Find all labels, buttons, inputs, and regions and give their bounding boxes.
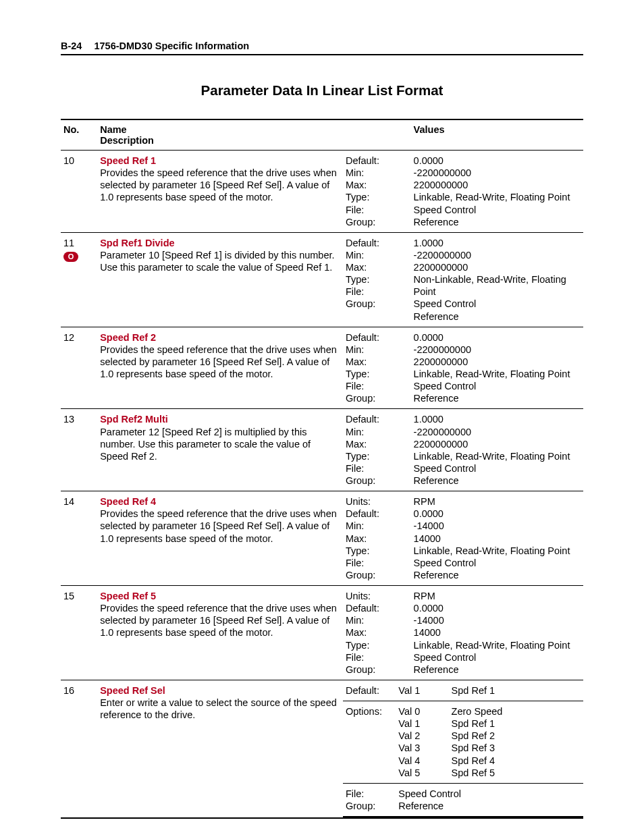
param-name: Speed Ref 2	[100, 331, 339, 344]
default-val2: Spd Ref 1	[449, 680, 583, 701]
cell-keys: Default:Min:Max:Type:File:Group:	[343, 151, 411, 233]
param-name: Speed Ref Sel	[100, 684, 339, 697]
cell-keys: Default:Min:Max:Type:File:Group:	[343, 409, 411, 491]
filegroup-val: Speed ControlReference	[396, 783, 583, 817]
param-name: Spd Ref1 Divide	[100, 237, 339, 249]
options-val2: Zero SpeedSpd Ref 1Spd Ref 2Spd Ref 3Spd…	[449, 701, 583, 784]
table-row: 10Speed Ref 1Provides the speed referenc…	[61, 151, 583, 233]
page-number: B-24	[61, 40, 82, 51]
param-desc: Parameter 12 [Speed Ref 2] is multiplied…	[100, 426, 339, 462]
table-row: 11OSpd Ref1 DivideParameter 10 [Speed Re…	[61, 232, 583, 327]
cell-desc: Speed Ref 1Provides the speed reference …	[97, 151, 343, 233]
cell-no: 11O	[61, 232, 97, 327]
options-val1: Val 0Val 1Val 2Val 3Val 4Val 5	[396, 701, 448, 784]
cell-desc: Speed Ref 5Provides the speed reference …	[97, 586, 343, 680]
default-key: Default:	[343, 680, 396, 701]
param-name: Spd Ref2 Multi	[100, 413, 339, 425]
col-no: No.	[61, 119, 97, 151]
filegroup-key: File:Group:	[343, 783, 396, 817]
param-desc: Provides the speed reference that the dr…	[100, 602, 339, 639]
cell-no: 10	[61, 151, 97, 233]
table-row: 13Spd Ref2 MultiParameter 12 [Speed Ref …	[61, 409, 583, 491]
cell-vals: RPM0.0000-1400014000Linkable, Read-Write…	[411, 586, 583, 680]
cell-no: 13	[61, 409, 97, 491]
cell-keys: Units:Default:Min:Max:Type:File:Group:	[343, 586, 411, 680]
param-name: Speed Ref 4	[100, 495, 339, 508]
o-icon: O	[63, 252, 78, 262]
col-values: Values	[411, 119, 583, 151]
cell-no: 16	[61, 680, 97, 818]
cell-vals: 0.0000-22000000002200000000Linkable, Rea…	[411, 151, 583, 233]
cell-keys: Default:Min:Max:Type:File:Group:	[343, 327, 411, 409]
table-row: 12Speed Ref 2Provides the speed referenc…	[61, 327, 583, 409]
table-row: 16Speed Ref SelEnter or write a value to…	[61, 680, 583, 818]
default-val1: Val 1	[396, 680, 448, 701]
main-title: Parameter Data In Linear List Format	[61, 82, 583, 99]
param-desc: Provides the speed reference that the dr…	[100, 344, 339, 380]
cell-keys: Default:Min:Max:Type:File:Group:	[343, 232, 411, 327]
page-header: B-24 1756-DMD30 Specific Information	[61, 40, 583, 55]
cell-vals: 1.0000-22000000002200000000Linkable, Rea…	[411, 409, 583, 491]
cell-desc: Speed Ref 2Provides the speed reference …	[97, 327, 343, 409]
cell-vals: RPM0.0000-1400014000Linkable, Read-Write…	[411, 491, 583, 586]
col-name-desc: Name Description	[97, 119, 343, 151]
param-desc: Provides the speed reference that the dr…	[100, 508, 339, 544]
cell-vals: 0.0000-22000000002200000000Linkable, Rea…	[411, 327, 583, 409]
parameter-table: No. Name Description Values 10Speed Ref …	[61, 119, 583, 819]
cell-desc: Speed Ref 4Provides the speed reference …	[97, 491, 343, 586]
header-title: 1756-DMD30 Specific Information	[94, 40, 249, 51]
cell-values-composite: Default:Val 1Spd Ref 1Options:Val 0Val 1…	[343, 680, 583, 818]
cell-no: 14	[61, 491, 97, 586]
cell-desc: Spd Ref2 MultiParameter 12 [Speed Ref 2]…	[97, 409, 343, 491]
cell-no: 12	[61, 327, 97, 409]
cell-desc: Speed Ref SelEnter or write a value to s…	[97, 680, 343, 818]
param-desc: Enter or write a value to select the sou…	[100, 697, 339, 721]
cell-keys: Units:Default:Min:Max:Type:File:Group:	[343, 491, 411, 586]
cell-vals: 1.0000-22000000002200000000Non-Linkable,…	[411, 232, 583, 327]
table-row: 14Speed Ref 4Provides the speed referenc…	[61, 491, 583, 586]
param-desc: Parameter 10 [Speed Ref 1] is divided by…	[100, 249, 339, 273]
param-desc: Provides the speed reference that the dr…	[100, 167, 339, 203]
options-key: Options:	[343, 701, 396, 784]
cell-desc: Spd Ref1 DivideParameter 10 [Speed Ref 1…	[97, 232, 343, 327]
cell-no: 15	[61, 586, 97, 680]
param-name: Speed Ref 1	[100, 155, 339, 167]
table-row: 15Speed Ref 5Provides the speed referenc…	[61, 586, 583, 680]
param-name: Speed Ref 5	[100, 590, 339, 602]
